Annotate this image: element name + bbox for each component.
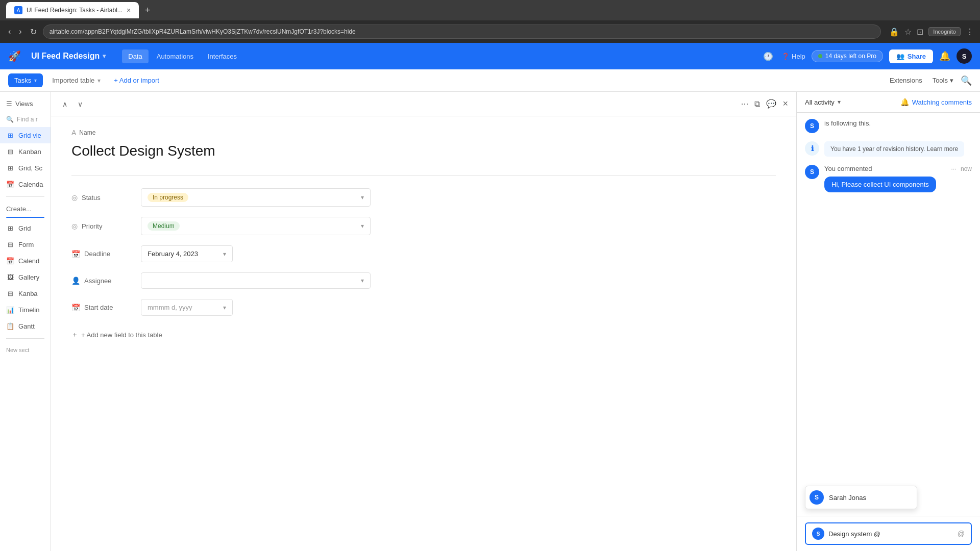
app-logo: 🚀	[8, 50, 21, 62]
sidebar-item-calendar2[interactable]: 📅 Calend	[0, 253, 51, 269]
start-date-field-label: 📅 Start date	[71, 304, 133, 312]
browser-toolbar-icons: 🔒 ☆ ⊡ Incognito ⋮	[889, 27, 974, 37]
status-select[interactable]: In progress ▾	[141, 188, 371, 207]
record-nav-up-btn[interactable]: ∧	[59, 98, 70, 110]
deadline-field-row: 📅 Deadline February 4, 2023 ▾	[71, 245, 776, 262]
nav-data-btn[interactable]: Data	[122, 49, 148, 63]
sidebar-item-kanban[interactable]: ⊟ Kanban	[0, 143, 51, 160]
imported-table-btn[interactable]: Imported table ▾	[47, 73, 106, 87]
status-field-icon: ◎	[71, 193, 78, 202]
deadline-value: February 4, 2023	[148, 250, 198, 258]
sidebar-item-kanban2[interactable]: ⊟ Kanba	[0, 285, 51, 302]
priority-select[interactable]: Medium ▾	[141, 217, 371, 235]
record-name-label-row: A Name	[71, 129, 776, 137]
calendar-icon: 📅	[6, 180, 14, 188]
assignee-field-value: ▾	[141, 272, 776, 289]
form-icon: ⊟	[6, 240, 14, 248]
record-toolbar-icons: ··· ⧉ 💬 ×	[741, 98, 788, 109]
assignee-chevron-icon: ▾	[361, 277, 364, 284]
mention-dropdown[interactable]: S Sarah Jonas	[805, 486, 917, 509]
toolbar-more-icon[interactable]: ···	[741, 98, 748, 109]
nav-interfaces-btn[interactable]: Interfaces	[202, 49, 243, 63]
nav-automations-btn[interactable]: Automations	[151, 49, 200, 63]
activity-comment-more-icon[interactable]: ···	[951, 165, 957, 172]
sidebar-new-section-label[interactable]: New sect	[0, 343, 51, 357]
watching-label: Watching comments	[912, 98, 972, 106]
history-btn[interactable]: 🕐	[761, 49, 775, 63]
new-tab-btn[interactable]: +	[145, 5, 151, 16]
composer-avatar-initial: S	[817, 531, 820, 537]
deadline-date-picker[interactable]: February 4, 2023 ▾	[141, 245, 233, 262]
status-field-label: ◎ Status	[71, 193, 133, 202]
back-btn[interactable]: ‹	[6, 25, 13, 38]
activity-filter-btn[interactable]: All activity ▾	[805, 98, 841, 106]
star-icon[interactable]: ☆	[904, 27, 912, 37]
refresh-btn[interactable]: ↻	[28, 25, 39, 39]
forward-btn[interactable]: ›	[17, 25, 23, 38]
activity-comment-body: You commented ··· now Hi, Please collect…	[824, 165, 972, 192]
toolbar-close-icon[interactable]: ×	[782, 98, 788, 109]
sidebar-create-btn[interactable]: Create...	[0, 201, 51, 217]
add-import-btn[interactable]: + Add or import	[114, 77, 159, 84]
sidebar-item-form[interactable]: ⊟ Form	[0, 236, 51, 253]
sidebar-views-header[interactable]: ☰ Views	[0, 96, 51, 112]
composer-at-btn[interactable]: @	[958, 530, 965, 538]
record-content: A Name Collect Design System ◎ Status In…	[51, 116, 796, 551]
user-avatar[interactable]: S	[957, 48, 972, 64]
share-icon: 👥	[896, 53, 904, 60]
notification-btn[interactable]: 🔔	[939, 51, 950, 62]
sidebar-divider	[6, 196, 44, 197]
sidebar-item-grid-sc[interactable]: ⊞ Grid, Sc	[0, 160, 51, 176]
tab-close-btn[interactable]: ×	[127, 6, 131, 14]
incognito-indicator: Incognito	[928, 27, 961, 36]
tasks-tab[interactable]: Tasks ▾	[8, 73, 43, 87]
app-title[interactable]: UI Feed Redesign ▾	[31, 52, 106, 61]
activity-filter-label: All activity	[805, 98, 835, 106]
record-nav-down-btn[interactable]: ∨	[75, 98, 86, 110]
pro-badge[interactable]: 14 days left on Pro	[812, 50, 883, 62]
imported-table-chevron-icon: ▾	[97, 77, 101, 84]
help-label: Help	[792, 53, 805, 60]
composer-text-input[interactable]	[828, 530, 953, 538]
sidebar-search[interactable]: 🔍 Find a r	[0, 112, 51, 127]
sidebar-item-grid2[interactable]: ⊞ Grid	[0, 220, 51, 236]
sidebar-item-grid-view[interactable]: ⊞ Grid vie	[0, 127, 51, 143]
composer-avatar: S	[812, 528, 824, 540]
watching-comments-btn[interactable]: 🔔 Watching comments	[900, 98, 972, 106]
browser-tab[interactable]: A UI Feed Redesign: Tasks - Airtabl... ×	[6, 2, 139, 18]
sidebar-item-gantt[interactable]: 📋 Gantt	[0, 318, 51, 334]
sidebar-item-gallery[interactable]: 🖼 Gallery	[0, 269, 51, 285]
activity-item-info: ℹ You have 1 year of revision history. L…	[805, 141, 972, 157]
menu-icon[interactable]: ⋮	[966, 27, 974, 37]
activity-header: All activity ▾ 🔔 Watching comments	[797, 92, 980, 113]
toolbar-comment-icon[interactable]: 💬	[766, 99, 776, 109]
sidebar-divider-2	[6, 338, 44, 339]
help-btn[interactable]: ❓ Help	[781, 53, 805, 60]
start-date-field-icon: 📅	[71, 304, 80, 312]
search-btn[interactable]: 🔍	[961, 75, 972, 86]
sidebar-item-timeline[interactable]: 📊 Timelin	[0, 302, 51, 318]
tools-btn[interactable]: Tools ▾	[929, 73, 957, 87]
avatar-s-initial: S	[810, 122, 814, 130]
extensions-btn[interactable]: Extensions	[887, 73, 925, 87]
sidebar-item-kanban-label: Kanban	[18, 148, 41, 156]
activity-comment-time: now	[961, 165, 972, 172]
sidebar-item-grid2-label: Grid	[18, 224, 31, 232]
name-field-label: Name	[79, 129, 95, 136]
activity-comment-meta: You commented ··· now	[824, 165, 972, 172]
header-nav: Data Automations Interfaces	[122, 49, 243, 63]
start-date-picker[interactable]: mmmm d, yyyy ▾	[141, 299, 233, 316]
sidebar-item-calendar-label: Calenda	[18, 181, 43, 188]
share-btn[interactable]: 👥 Share	[889, 49, 933, 63]
activity-comment-avatar: S	[805, 165, 819, 179]
sidebar-item-calendar[interactable]: 📅 Calenda	[0, 176, 51, 192]
assignee-select[interactable]: ▾	[141, 272, 371, 289]
mention-avatar-initial: S	[815, 494, 819, 501]
share-label: Share	[908, 53, 926, 60]
add-field-btn[interactable]: ＋ + Add new field to this table	[71, 326, 776, 343]
toolbar-copy-icon[interactable]: ⧉	[754, 99, 760, 109]
record-toolbar: ∧ ∨ ··· ⧉ 💬 ×	[51, 92, 796, 116]
start-date-field-row: 📅 Start date mmmm d, yyyy ▾	[71, 299, 776, 316]
address-bar[interactable]: airtable.com/appnB2PYqtdgiMrZG/tbliXpR4Z…	[43, 24, 881, 39]
sidebar-item-grid-label: Grid vie	[18, 132, 41, 139]
